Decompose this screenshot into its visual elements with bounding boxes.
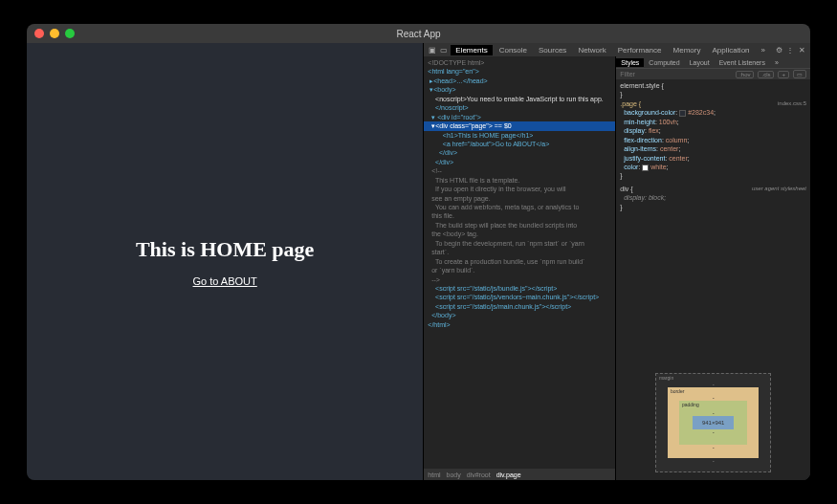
styles-tab-layout[interactable]: Layout <box>685 58 715 67</box>
rule-selector: .page { <box>620 99 641 108</box>
new-rule-button[interactable]: + <box>778 71 789 78</box>
styles-tab-events[interactable]: Event Listeners <box>715 58 770 67</box>
styles-filter-row: :hov .cls + ▭ <box>616 68 810 79</box>
close-icon[interactable] <box>34 29 44 38</box>
page-heading: This is HOME page <box>136 237 314 262</box>
minimize-icon[interactable] <box>50 29 59 38</box>
tab-memory[interactable]: Memory <box>669 45 706 55</box>
traffic-lights <box>34 29 75 38</box>
inspect-icon[interactable]: ▣ <box>428 46 437 55</box>
rule-source[interactable]: index.css:5 <box>778 99 806 108</box>
bm-padding[interactable]: padding - 941×941 - <box>679 401 748 445</box>
color-swatch-icon[interactable] <box>679 110 686 117</box>
tab-network[interactable]: Network <box>573 45 610 55</box>
styles-tab-computed[interactable]: Computed <box>644 58 684 67</box>
more-icon[interactable]: ▭ <box>793 70 806 78</box>
styles-tab-overflow[interactable]: » <box>770 58 783 67</box>
app-window: React App This is HOME page Go to ABOUT … <box>27 24 810 480</box>
bm-border[interactable]: border - padding - 941×941 - - <box>668 387 760 458</box>
hov-toggle[interactable]: :hov <box>736 71 754 78</box>
tab-console[interactable]: Console <box>495 45 532 55</box>
crumb-html[interactable]: html <box>428 471 440 478</box>
selected-node[interactable]: ▾<div class="page"> == $0 <box>424 121 615 130</box>
tab-application[interactable]: Application <box>707 45 754 55</box>
titlebar: React App <box>27 24 810 43</box>
color-swatch-icon[interactable] <box>642 164 649 171</box>
page-viewport: This is HOME page Go to ABOUT <box>27 43 423 480</box>
styles-tab-styles[interactable]: Styles <box>616 58 644 67</box>
tab-sources[interactable]: Sources <box>534 45 571 55</box>
gear-icon[interactable]: ⚙ <box>774 46 783 55</box>
bm-content[interactable]: 941×941 <box>693 416 735 429</box>
crumb-root[interactable]: div#root <box>467 471 491 478</box>
crumb-body[interactable]: body <box>447 471 461 478</box>
css-rules[interactable]: element.style { } .page { index.css:5 ba… <box>616 79 810 365</box>
window-title: React App <box>396 29 440 39</box>
element-style-open: element.style { <box>620 81 806 90</box>
cls-toggle[interactable]: .cls <box>758 71 774 78</box>
ua-selector: div { <box>620 185 632 193</box>
device-icon[interactable]: ▭ <box>439 46 449 55</box>
devtools-body: <!DOCTYPE html> <html lang="en"> ▸<head>… <box>424 56 810 480</box>
bm-margin[interactable]: margin - border - padding - 941×941 - <box>655 373 772 472</box>
kebab-icon[interactable]: ⋮ <box>785 46 795 55</box>
styles-tabs: Styles Computed Layout Event Listeners » <box>616 56 810 68</box>
element-style-close: } <box>620 90 806 99</box>
maximize-icon[interactable] <box>65 29 75 38</box>
styles-filter-input[interactable] <box>620 71 677 77</box>
devtools: ▣ ▭ Elements Console Sources Network Per… <box>423 43 810 480</box>
content-area: This is HOME page Go to ABOUT ▣ ▭ Elemen… <box>27 43 810 480</box>
tab-performance[interactable]: Performance <box>613 45 667 55</box>
close-devtools-icon[interactable]: ✕ <box>797 46 806 55</box>
devtools-tabs: ▣ ▭ Elements Console Sources Network Per… <box>424 43 810 56</box>
tabs-overflow[interactable]: » <box>757 45 770 55</box>
about-link[interactable]: Go to ABOUT <box>193 275 257 287</box>
elements-panel: <!DOCTYPE html> <html lang="en"> ▸<head>… <box>424 56 615 480</box>
ua-source: user agent stylesheet <box>752 185 806 193</box>
tab-elements[interactable]: Elements <box>451 45 492 55</box>
crumb-page[interactable]: div.page <box>496 471 521 478</box>
box-model: margin - border - padding - 941×941 - <box>616 365 810 480</box>
dom-tree[interactable]: <!DOCTYPE html> <html lang="en"> ▸<head>… <box>424 56 615 469</box>
styles-panel: Styles Computed Layout Event Listeners »… <box>615 56 810 480</box>
breadcrumb[interactable]: html body div#root div.page <box>424 469 615 480</box>
